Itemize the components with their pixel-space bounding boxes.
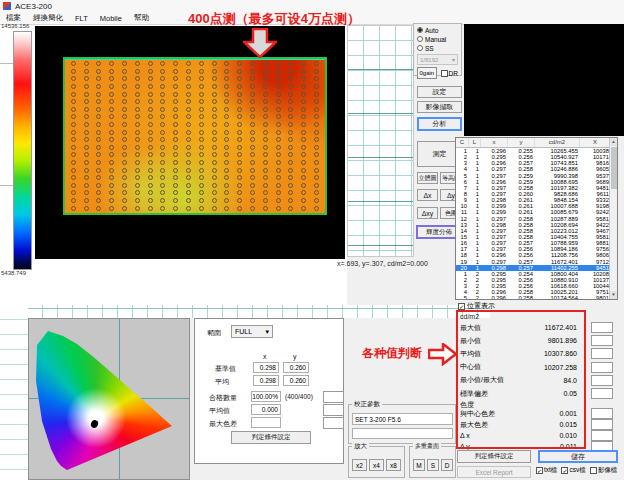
judge-condition-button[interactable]: 判定條件設定 bbox=[457, 450, 531, 463]
delta-x-button[interactable]: Δx bbox=[417, 189, 438, 201]
stat-value: 10207.258 bbox=[521, 364, 577, 371]
average-x-field[interactable]: 0.298 bbox=[253, 375, 279, 386]
measure-point bbox=[84, 114, 89, 119]
stats-section-title: cd/m2 bbox=[460, 313, 613, 321]
measure-point bbox=[135, 198, 140, 203]
measure-point bbox=[237, 183, 242, 188]
delta-xy-button[interactable]: Δxy bbox=[417, 207, 438, 219]
measure-point bbox=[135, 183, 140, 188]
analyze-button[interactable]: 分析 bbox=[417, 117, 462, 131]
mode-radio-auto[interactable]: Auto bbox=[417, 26, 458, 34]
multi-d-button[interactable]: D bbox=[441, 459, 453, 471]
menu-item-2[interactable]: FLT bbox=[75, 14, 88, 23]
measure-point bbox=[122, 84, 127, 89]
measure-point bbox=[314, 61, 319, 66]
measure-point bbox=[314, 175, 319, 180]
luminance-heatmap[interactable] bbox=[63, 57, 327, 215]
menu-item-1[interactable]: 經換簡化 bbox=[33, 13, 63, 23]
menu-item-0[interactable]: 檔案 bbox=[6, 13, 21, 23]
table-scrollbar[interactable]: ▲ ▼ bbox=[609, 138, 617, 299]
measure-point bbox=[276, 76, 281, 81]
zoom-x4-button[interactable]: x4 bbox=[369, 459, 384, 471]
save-button[interactable]: 儲存 bbox=[538, 450, 618, 463]
measure-point bbox=[288, 107, 293, 112]
measure-point bbox=[212, 145, 217, 150]
measure-point bbox=[276, 152, 281, 157]
measure-point bbox=[237, 99, 242, 104]
measure-point bbox=[224, 145, 229, 150]
measure-point bbox=[314, 198, 319, 203]
reference-y-field[interactable]: 0.260 bbox=[283, 362, 309, 373]
measure-point bbox=[224, 130, 229, 135]
measure-point bbox=[314, 190, 319, 195]
multi-m-button[interactable]: M bbox=[413, 459, 425, 471]
position-display-toggle[interactable]: 位置表示 bbox=[458, 301, 495, 311]
measure-point bbox=[199, 168, 204, 173]
multi-s-button[interactable]: S bbox=[427, 459, 439, 471]
measure-point bbox=[186, 206, 191, 211]
shutter-select[interactable]: 1/8192 ▾ bbox=[417, 54, 458, 65]
measure-point bbox=[109, 107, 114, 112]
avg-diff-field[interactable]: 0.000 bbox=[251, 404, 281, 415]
scroll-down-icon[interactable]: ▼ bbox=[610, 291, 617, 299]
export-checkbox-1[interactable] bbox=[561, 467, 568, 474]
measure-point bbox=[135, 175, 140, 180]
scroll-thumb[interactable] bbox=[611, 147, 617, 189]
measure-point bbox=[71, 122, 76, 127]
measure-point bbox=[173, 168, 178, 173]
measure-point bbox=[224, 137, 229, 142]
zero-gain-button[interactable]: 0gain bbox=[417, 67, 437, 79]
stereo-button[interactable]: 立體圖 bbox=[417, 172, 438, 184]
calibration-set-field[interactable]: SET 3-200 F5.6 bbox=[352, 413, 453, 425]
calibration-extra-field[interactable] bbox=[352, 428, 453, 439]
mode-radio-label: SS bbox=[425, 45, 434, 52]
export-checkbox-2[interactable] bbox=[590, 467, 597, 474]
camera-preview bbox=[464, 24, 624, 136]
stat-label: 最大值 bbox=[460, 323, 521, 333]
range-select[interactable]: FULL ▾ bbox=[231, 325, 273, 338]
mode-radio-ss[interactable]: SS bbox=[417, 44, 458, 52]
table-cell: 9801 bbox=[580, 295, 611, 300]
measure-point bbox=[122, 183, 127, 188]
measure-point bbox=[71, 168, 76, 173]
settings-button[interactable]: 設定 bbox=[417, 86, 462, 98]
radio-icon bbox=[417, 27, 423, 33]
reference-x-field[interactable]: 0.298 bbox=[253, 362, 279, 373]
measure-point bbox=[96, 175, 101, 180]
measure-point bbox=[314, 145, 319, 150]
cie-chromaticity-panel[interactable] bbox=[28, 318, 190, 480]
scroll-up-icon[interactable]: ▲ bbox=[610, 138, 617, 146]
mode-radio-manual[interactable]: Manual bbox=[417, 35, 458, 43]
measure-point bbox=[122, 69, 127, 74]
measure-point bbox=[148, 114, 153, 119]
menu-item-3[interactable]: Mobile bbox=[100, 14, 122, 23]
measure-point bbox=[224, 183, 229, 188]
measure-point bbox=[135, 84, 140, 89]
dr-checkbox[interactable] bbox=[441, 70, 448, 77]
max-diff-field[interactable] bbox=[251, 417, 281, 428]
stat-value: 10307.860 bbox=[521, 350, 577, 357]
measurement-canvas[interactable] bbox=[35, 26, 345, 259]
average-y-field[interactable]: 0.260 bbox=[283, 375, 309, 386]
position-display-checkbox[interactable] bbox=[458, 303, 465, 310]
capture-button[interactable]: 影像擷取 bbox=[417, 101, 462, 113]
measure-point bbox=[263, 198, 268, 203]
annotation-points-note: 400点测（最多可设4万点测） bbox=[188, 10, 360, 28]
menu-item-4[interactable]: 幫助 bbox=[134, 13, 149, 23]
stat-label: 最小值 bbox=[460, 336, 521, 346]
range-judge-button[interactable]: 判定條件設定 bbox=[231, 431, 311, 444]
zoom-x2-button[interactable]: x2 bbox=[352, 459, 367, 471]
measure-point bbox=[237, 69, 242, 74]
measure-point bbox=[160, 122, 165, 127]
measure-point bbox=[276, 130, 281, 135]
export-checkbox-0[interactable] bbox=[536, 467, 543, 474]
measure-point bbox=[84, 183, 89, 188]
measure-point bbox=[237, 190, 242, 195]
zoom-x8-button[interactable]: x8 bbox=[386, 459, 401, 471]
measure-point bbox=[276, 114, 281, 119]
measure-point bbox=[288, 137, 293, 142]
measurement-table[interactable]: CLxycd/m2X 110.2960.25510265.45510038210… bbox=[455, 137, 618, 300]
table-row[interactable]: 520.2960.25810174.5649801 bbox=[456, 295, 617, 300]
measure-point bbox=[301, 160, 306, 165]
measure-point bbox=[160, 190, 165, 195]
